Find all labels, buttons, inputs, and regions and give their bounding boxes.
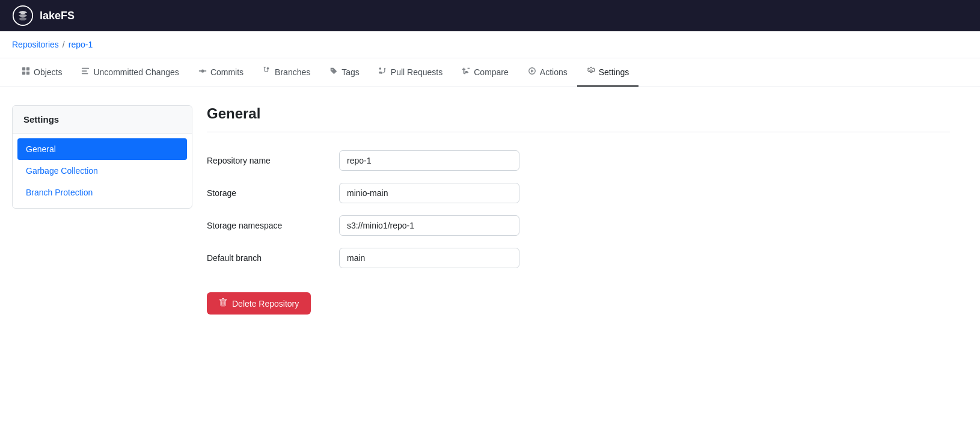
storage-label: Storage <box>207 188 327 198</box>
title-divider <box>207 132 950 132</box>
tab-actions-label: Actions <box>540 67 568 77</box>
tab-pull-requests-label: Pull Requests <box>391 67 443 77</box>
default-branch-input[interactable] <box>339 248 519 268</box>
tab-tags[interactable]: Tags <box>320 58 369 87</box>
storage-namespace-label: Storage namespace <box>207 221 327 230</box>
repo-name-label: Repository name <box>207 156 327 165</box>
general-form: Repository name Storage Storage namespac… <box>207 150 748 315</box>
delete-repository-label: Delete Repository <box>232 299 299 309</box>
tab-tags-label: Tags <box>341 67 360 77</box>
tab-objects-label: Objects <box>34 67 62 77</box>
tab-branches[interactable]: Branches <box>253 58 320 87</box>
branches-icon <box>263 67 271 77</box>
sidebar-menu: General Garbage Collection Branch Protec… <box>13 134 192 208</box>
tab-settings-label: Settings <box>599 67 629 77</box>
tab-compare[interactable]: Compare <box>452 58 518 87</box>
sidebar-item-garbage-collection-label: Garbage Collection <box>26 166 98 176</box>
sidebar-item-garbage-collection[interactable]: Garbage Collection <box>17 160 187 182</box>
breadcrumb-repo-link[interactable]: repo-1 <box>69 40 93 49</box>
default-branch-row: Default branch <box>207 248 748 268</box>
svg-marker-12 <box>531 69 533 72</box>
breadcrumb-separator: / <box>63 40 65 49</box>
app-logo[interactable]: lakeFS <box>12 5 75 26</box>
tab-settings[interactable]: Settings <box>577 58 639 87</box>
svg-rect-5 <box>82 68 89 69</box>
tab-navigation: Objects Uncommitted Changes Commits Bran… <box>0 58 980 87</box>
storage-row: Storage <box>207 183 748 203</box>
sidebar-item-branch-protection-label: Branch Protection <box>26 188 93 197</box>
objects-icon <box>22 67 30 77</box>
storage-namespace-row: Storage namespace <box>207 215 748 236</box>
svg-rect-2 <box>26 67 29 70</box>
settings-icon <box>587 67 595 77</box>
default-branch-label: Default branch <box>207 253 327 263</box>
storage-namespace-input[interactable] <box>339 215 519 236</box>
pr-icon <box>379 67 387 77</box>
delete-repository-button[interactable]: Delete Repository <box>207 292 311 315</box>
uncommitted-icon <box>81 67 90 77</box>
svg-rect-7 <box>82 73 88 75</box>
tab-compare-label: Compare <box>474 67 509 77</box>
tab-objects[interactable]: Objects <box>12 58 72 87</box>
tags-icon <box>329 67 338 77</box>
actions-icon <box>528 67 536 77</box>
repo-name-row: Repository name <box>207 150 748 171</box>
tab-commits[interactable]: Commits <box>189 58 253 87</box>
sidebar-item-branch-protection[interactable]: Branch Protection <box>17 182 187 203</box>
svg-rect-4 <box>26 72 29 75</box>
page-title: General <box>207 105 950 122</box>
lakefs-logo-icon <box>12 5 34 26</box>
storage-input[interactable] <box>339 183 519 203</box>
tab-pull-requests[interactable]: Pull Requests <box>369 58 452 87</box>
compare-icon <box>462 67 470 77</box>
commits-icon <box>198 67 207 77</box>
sidebar-card: Settings General Garbage Collection Bran… <box>12 105 192 209</box>
settings-sidebar: Settings General Garbage Collection Bran… <box>12 105 192 315</box>
repo-name-input[interactable] <box>339 150 519 171</box>
svg-rect-6 <box>82 70 87 72</box>
sidebar-item-general[interactable]: General <box>17 138 187 160</box>
svg-point-8 <box>201 69 204 72</box>
breadcrumb-repositories-link[interactable]: Repositories <box>12 40 59 49</box>
svg-rect-1 <box>22 67 25 70</box>
breadcrumb: Repositories / repo-1 <box>0 31 980 58</box>
tab-actions[interactable]: Actions <box>518 58 577 87</box>
sidebar-title: Settings <box>13 106 192 134</box>
app-header: lakeFS <box>0 0 980 31</box>
content-area: General Repository name Storage Storage … <box>207 105 950 315</box>
main-content: Settings General Garbage Collection Bran… <box>0 87 962 333</box>
tab-uncommitted[interactable]: Uncommitted Changes <box>72 58 188 87</box>
app-name-label: lakeFS <box>40 10 75 22</box>
tab-branches-label: Branches <box>275 67 310 77</box>
sidebar-item-general-label: General <box>26 144 56 154</box>
trash-icon <box>219 298 227 309</box>
tab-uncommitted-label: Uncommitted Changes <box>93 67 179 77</box>
svg-rect-3 <box>22 72 25 75</box>
tab-commits-label: Commits <box>210 67 243 77</box>
